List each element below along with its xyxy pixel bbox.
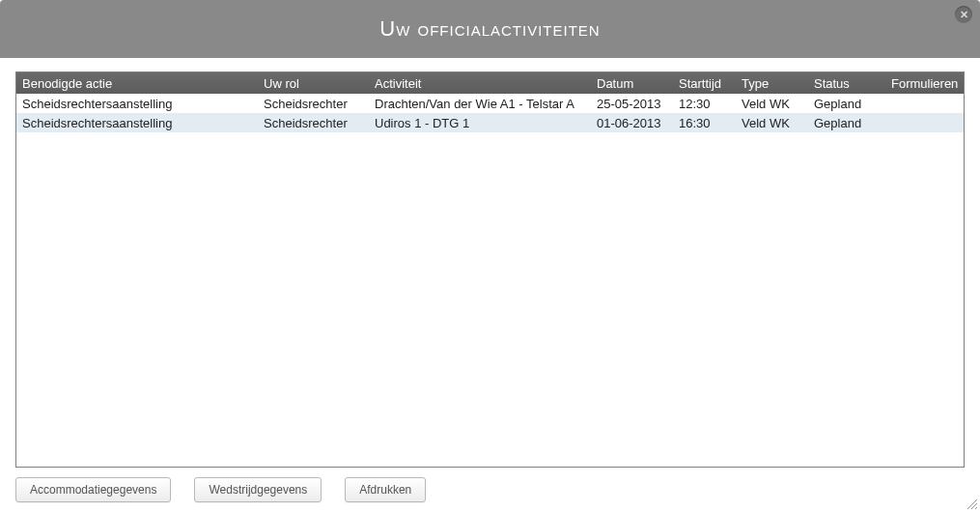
- cell-starttijd: 12:30: [673, 97, 736, 111]
- table-row[interactable]: Scheidsrechtersaanstelling Scheidsrechte…: [16, 94, 964, 113]
- col-header-datum[interactable]: Datum: [591, 76, 673, 91]
- col-header-type[interactable]: Type: [736, 76, 808, 91]
- col-header-activiteit[interactable]: Activiteit: [369, 76, 591, 91]
- activities-grid: Benodigde actie Uw rol Activiteit Datum …: [15, 71, 965, 468]
- dialog-title: Uw officialactiviteiten: [379, 16, 600, 42]
- cell-actie: Scheidsrechtersaanstelling: [16, 97, 258, 111]
- close-icon[interactable]: ✕: [955, 6, 972, 23]
- cell-activiteit: Udiros 1 - DTG 1: [369, 116, 591, 130]
- cell-datum: 25-05-2013: [591, 97, 673, 111]
- cell-status: Gepland: [808, 97, 885, 111]
- dialog: Uw officialactiviteiten ✕ Benodigde acti…: [0, 0, 980, 512]
- afdrukken-button[interactable]: Afdrukken: [345, 477, 426, 502]
- cell-rol: Scheidsrechter: [258, 97, 369, 111]
- accommodatie-button[interactable]: Accommodatiegegevens: [15, 477, 171, 502]
- cell-actie: Scheidsrechtersaanstelling: [16, 116, 258, 130]
- col-header-formulieren[interactable]: Formulieren: [885, 76, 963, 91]
- grid-header: Benodigde actie Uw rol Activiteit Datum …: [16, 72, 964, 94]
- table-row[interactable]: Scheidsrechtersaanstelling Scheidsrechte…: [16, 113, 964, 132]
- grid-body: Scheidsrechtersaanstelling Scheidsrechte…: [16, 94, 964, 132]
- col-header-rol[interactable]: Uw rol: [258, 76, 369, 91]
- cell-type: Veld WK: [736, 97, 808, 111]
- cell-starttijd: 16:30: [673, 116, 736, 130]
- button-bar: Accommodatiegegevens Wedstrijdgegevens A…: [15, 477, 965, 502]
- cell-status: Gepland: [808, 116, 885, 130]
- cell-activiteit: Drachten/Van der Wie A1 - Telstar A: [369, 97, 591, 111]
- wedstrijd-button[interactable]: Wedstrijdgegevens: [194, 477, 322, 502]
- col-header-starttijd[interactable]: Starttijd: [673, 76, 736, 91]
- resize-grip-icon[interactable]: [965, 497, 978, 510]
- svg-line-2: [975, 507, 977, 509]
- dialog-content: Benodigde actie Uw rol Activiteit Datum …: [0, 58, 980, 512]
- titlebar: Uw officialactiviteiten ✕: [0, 0, 980, 58]
- cell-type: Veld WK: [736, 116, 808, 130]
- cell-rol: Scheidsrechter: [258, 116, 369, 130]
- col-header-actie[interactable]: Benodigde actie: [16, 76, 258, 91]
- col-header-status[interactable]: Status: [808, 76, 885, 91]
- cell-datum: 01-06-2013: [591, 116, 673, 130]
